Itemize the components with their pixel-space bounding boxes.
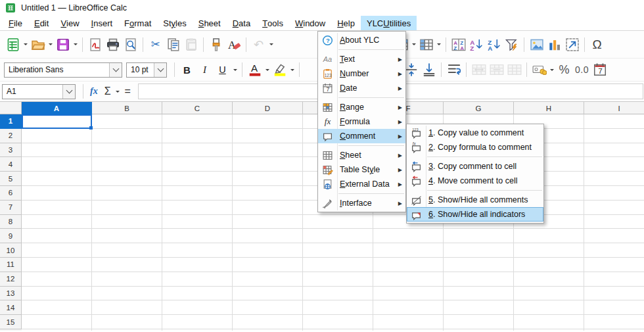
fill-handle[interactable]: [89, 126, 93, 130]
columns-button[interactable]: [417, 35, 435, 55]
sort-ascending-button[interactable]: AZ: [467, 35, 485, 55]
font-size-dropdown-icon[interactable]: [154, 63, 166, 77]
column-header-d[interactable]: D: [233, 102, 303, 114]
insert-image-button[interactable]: [528, 35, 545, 55]
row-header-13[interactable]: 13: [0, 287, 22, 301]
row-header-14[interactable]: 14: [0, 300, 22, 315]
column-header-a[interactable]: A: [22, 102, 92, 114]
menu-item-number[interactable]: 123Number▶: [318, 66, 405, 81]
row-header-7[interactable]: 7: [0, 201, 22, 215]
column-header-h[interactable]: H: [514, 102, 584, 114]
columns-dropdown-icon[interactable]: [435, 31, 442, 58]
currency-format-button[interactable]: [530, 61, 548, 78]
clone-formatting-button[interactable]: [207, 35, 225, 55]
open-button[interactable]: [29, 35, 47, 55]
wrap-text-button[interactable]: [445, 61, 463, 78]
row-header-1[interactable]: 1: [0, 114, 22, 129]
menu-item-formula[interactable]: fxFormula▶: [318, 114, 405, 129]
column-header-c[interactable]: C: [162, 102, 233, 114]
underline-button[interactable]: U: [214, 61, 231, 78]
save-button[interactable]: [54, 35, 72, 55]
print-preview-button[interactable]: [122, 35, 139, 55]
bold-button[interactable]: B: [178, 61, 196, 78]
menu-edit[interactable]: Edit: [28, 16, 55, 30]
font-name-dropdown-icon[interactable]: [109, 63, 122, 77]
menu-sheet[interactable]: Sheet: [193, 16, 227, 30]
rows-dropdown-icon[interactable]: [410, 31, 417, 58]
currency-format-dropdown-icon[interactable]: [548, 59, 555, 81]
menu-view[interactable]: View: [55, 16, 85, 30]
print-button[interactable]: [104, 35, 122, 55]
row-header-11[interactable]: 11: [0, 258, 22, 272]
formula-equals-icon[interactable]: =: [122, 85, 134, 97]
row-header-8[interactable]: 8: [0, 215, 22, 229]
row-header-10[interactable]: 10: [0, 243, 22, 258]
menu-item-sheet[interactable]: Sheet▶: [318, 148, 405, 162]
underline-dropdown-icon[interactable]: [231, 59, 239, 81]
open-dropdown-icon[interactable]: [47, 31, 54, 58]
menu-file[interactable]: File: [3, 16, 28, 30]
menu-item-table-style[interactable]: Table Style▶: [318, 162, 405, 177]
font-color-dropdown-icon[interactable]: [264, 59, 271, 81]
copy-button[interactable]: [164, 35, 182, 55]
row-header-5[interactable]: 5: [0, 172, 22, 186]
row-header-15[interactable]: 15: [0, 315, 22, 329]
new-document-dropdown-icon[interactable]: [22, 31, 29, 58]
row-header-6[interactable]: 6: [0, 186, 22, 201]
menu-item-6-show-hide-all-indicators[interactable]: 6. Show/Hide all indicators: [407, 207, 543, 222]
italic-button[interactable]: I: [196, 61, 214, 78]
menu-item-1-copy-value-to-comment[interactable]: 1231. Copy value to comment: [407, 126, 543, 140]
menu-item-comment[interactable]: Comment▶: [318, 129, 405, 143]
highlighting-color-button[interactable]: [271, 61, 288, 78]
date-format-button[interactable]: 7: [591, 61, 609, 78]
cut-button[interactable]: ✂: [147, 35, 164, 55]
percent-format-button[interactable]: %: [555, 61, 573, 78]
row-header-3[interactable]: 3: [0, 143, 22, 158]
menu-tools[interactable]: Tools: [256, 16, 289, 30]
menu-format[interactable]: Format: [118, 16, 157, 30]
column-header-g[interactable]: G: [444, 102, 514, 114]
menu-item-5-show-hide-all-comments[interactable]: 5. Show/Hide all comments: [407, 193, 543, 207]
menu-item-text[interactable]: AaText▶: [318, 52, 405, 66]
menu-item-date[interactable]: 7Date▶: [318, 81, 405, 95]
select-function-sigma-icon[interactable]: Σ: [101, 85, 114, 97]
sort-button[interactable]: AZZA: [449, 35, 467, 55]
menu-help[interactable]: Help: [331, 16, 361, 30]
menu-item-about-ylc[interactable]: ?About YLC: [318, 33, 405, 47]
menu-item-3-copy-comment-to-cell[interactable]: 3. Copy comment to cell: [407, 159, 543, 174]
draw-functions-button[interactable]: [563, 35, 581, 55]
font-size-combo[interactable]: 10 pt: [126, 62, 167, 78]
menu-item-2-copy-formula-to-comment[interactable]: fx2. Copy formula to comment: [407, 140, 543, 154]
insert-chart-button[interactable]: [545, 35, 563, 55]
font-name-combo[interactable]: Liberation Sans: [4, 62, 122, 78]
align-bottom-button[interactable]: [420, 61, 438, 78]
highlighting-color-dropdown-icon[interactable]: [288, 59, 296, 81]
clear-formatting-button[interactable]: A: [225, 35, 242, 55]
column-header-i[interactable]: I: [584, 102, 644, 114]
special-character-button[interactable]: Ω: [588, 35, 606, 55]
menu-item-4-move-comment-to-cell[interactable]: 4. Move comment to cell: [407, 174, 543, 188]
menu-item-range[interactable]: Range▶: [318, 100, 405, 114]
menu-data[interactable]: Data: [227, 16, 256, 30]
autofilter-button[interactable]: [503, 35, 520, 55]
menu-item-interface[interactable]: Interface▶: [318, 196, 405, 210]
sigma-dropdown-icon[interactable]: [114, 82, 122, 101]
font-color-button[interactable]: A: [246, 61, 264, 78]
menu-item-external-data[interactable]: External Data▶: [318, 177, 405, 191]
row-header-12[interactable]: 12: [0, 272, 22, 287]
menu-window[interactable]: Window: [289, 16, 331, 30]
row-header-9[interactable]: 9: [0, 229, 22, 243]
function-wizard-icon[interactable]: fx: [87, 86, 101, 97]
name-box[interactable]: A1: [2, 84, 76, 99]
name-box-dropdown-icon[interactable]: [62, 85, 75, 99]
save-dropdown-icon[interactable]: [72, 31, 79, 58]
selected-cell[interactable]: [22, 114, 92, 129]
menu-insert[interactable]: Insert: [85, 16, 119, 30]
menu-styles[interactable]: Styles: [157, 16, 192, 30]
row-header-4[interactable]: 4: [0, 157, 22, 172]
new-document-button[interactable]: [4, 35, 22, 55]
sort-descending-button[interactable]: ZA: [485, 35, 503, 55]
row-header-2[interactable]: 2: [0, 129, 22, 143]
select-all-corner[interactable]: [0, 102, 22, 114]
export-pdf-button[interactable]: [86, 35, 104, 55]
